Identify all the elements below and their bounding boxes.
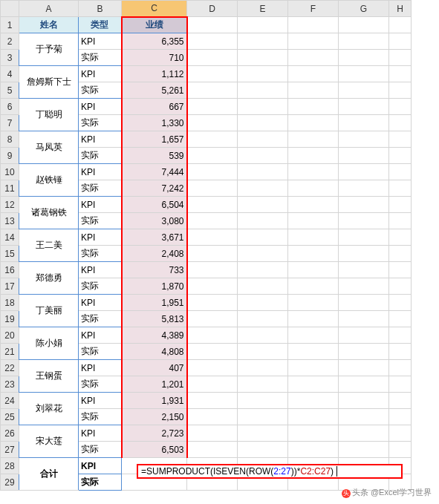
empty-cell[interactable] — [187, 50, 238, 66]
value-cell[interactable]: 710 — [122, 50, 187, 66]
empty-cell[interactable] — [389, 311, 412, 327]
header-value[interactable]: 业绩 — [122, 17, 187, 33]
type-cell[interactable]: KPI — [79, 197, 122, 213]
empty-cell[interactable] — [288, 278, 339, 295]
row-header-21[interactable]: 21 — [1, 344, 19, 360]
empty-cell[interactable] — [238, 295, 288, 311]
empty-cell[interactable] — [389, 229, 412, 246]
col-header-G[interactable]: G — [339, 1, 389, 17]
select-all-corner[interactable] — [1, 1, 19, 17]
empty-cell[interactable] — [288, 425, 339, 442]
empty-cell[interactable] — [339, 311, 389, 327]
type-cell[interactable]: KPI — [79, 66, 122, 82]
value-cell[interactable]: 6,504 — [122, 197, 187, 213]
empty-cell[interactable] — [238, 376, 288, 393]
empty-cell[interactable] — [389, 344, 412, 360]
type-cell[interactable]: KPI — [79, 131, 122, 148]
empty-cell[interactable] — [288, 229, 339, 246]
empty-cell[interactable] — [238, 311, 288, 327]
empty-cell[interactable] — [238, 425, 288, 442]
name-cell[interactable]: 陈小娟 — [19, 327, 79, 360]
empty-cell[interactable] — [339, 131, 389, 148]
value-cell[interactable]: 7,444 — [122, 164, 187, 180]
empty-cell[interactable] — [187, 33, 238, 50]
value-cell[interactable]: 7,242 — [122, 180, 187, 197]
row-header-13[interactable]: 13 — [1, 213, 19, 229]
empty-cell[interactable] — [339, 115, 389, 131]
row-header-29[interactable]: 29 — [1, 474, 19, 491]
empty-cell[interactable] — [339, 262, 389, 278]
name-cell[interactable]: 王钢蛋 — [19, 360, 79, 393]
empty-cell[interactable] — [288, 99, 339, 115]
empty-cell[interactable] — [389, 360, 412, 376]
name-cell[interactable]: 马凤英 — [19, 131, 79, 164]
name-cell[interactable]: 宋大莲 — [19, 425, 79, 458]
empty-cell[interactable] — [389, 82, 412, 99]
value-cell[interactable]: 3,080 — [122, 213, 187, 229]
type-cell[interactable]: 实际 — [79, 82, 122, 99]
value-cell[interactable]: 2,408 — [122, 246, 187, 262]
value-cell[interactable]: 4,389 — [122, 327, 187, 344]
type-cell[interactable]: 实际 — [79, 50, 122, 66]
type-cell[interactable]: 实际 — [79, 409, 122, 425]
value-cell[interactable]: 1,330 — [122, 115, 187, 131]
row-header-16[interactable]: 16 — [1, 262, 19, 278]
empty-cell[interactable] — [288, 442, 339, 458]
empty-cell[interactable] — [288, 344, 339, 360]
empty-cell[interactable] — [339, 50, 389, 66]
row-header-5[interactable]: 5 — [1, 82, 19, 99]
empty-cell[interactable] — [288, 213, 339, 229]
empty-cell[interactable] — [339, 82, 389, 99]
name-cell[interactable]: 郑德勇 — [19, 262, 79, 295]
empty-cell[interactable] — [288, 327, 339, 344]
empty-cell[interactable] — [238, 131, 288, 148]
type-cell[interactable]: 实际 — [79, 311, 122, 327]
value-cell[interactable]: 1,931 — [122, 393, 187, 409]
empty-cell[interactable] — [339, 17, 389, 33]
empty-cell[interactable] — [339, 33, 389, 50]
type-cell[interactable]: KPI — [79, 295, 122, 311]
empty-cell[interactable] — [187, 82, 238, 99]
empty-cell[interactable] — [238, 213, 288, 229]
empty-cell[interactable] — [288, 131, 339, 148]
empty-cell[interactable] — [288, 360, 339, 376]
empty-cell[interactable] — [389, 262, 412, 278]
type-cell[interactable]: KPI — [79, 229, 122, 246]
row-header-18[interactable]: 18 — [1, 295, 19, 311]
empty-cell[interactable] — [339, 66, 389, 82]
type-cell[interactable]: KPI — [79, 99, 122, 115]
type-cell[interactable]: KPI — [79, 164, 122, 180]
empty-cell[interactable] — [238, 148, 288, 164]
row-header-17[interactable]: 17 — [1, 278, 19, 295]
value-cell[interactable]: 6,503 — [122, 442, 187, 458]
empty-cell[interactable] — [187, 131, 238, 148]
empty-cell[interactable] — [389, 50, 412, 66]
value-cell[interactable]: 6,355 — [122, 33, 187, 50]
empty-cell[interactable] — [339, 344, 389, 360]
empty-cell[interactable] — [238, 442, 288, 458]
summary-actual-label[interactable]: 实际 — [79, 474, 122, 491]
empty-cell[interactable] — [389, 148, 412, 164]
empty-cell[interactable] — [187, 409, 238, 425]
value-cell[interactable]: 1,657 — [122, 131, 187, 148]
empty-cell[interactable] — [238, 33, 288, 50]
empty-cell[interactable] — [238, 115, 288, 131]
empty-cell[interactable] — [187, 360, 238, 376]
empty-cell[interactable] — [339, 376, 389, 393]
type-cell[interactable]: KPI — [79, 262, 122, 278]
empty-cell[interactable] — [238, 180, 288, 197]
empty-cell[interactable] — [238, 229, 288, 246]
type-cell[interactable]: KPI — [79, 425, 122, 442]
empty-cell[interactable] — [238, 278, 288, 295]
empty-cell[interactable] — [288, 409, 339, 425]
empty-cell[interactable] — [339, 278, 389, 295]
row-header-22[interactable]: 22 — [1, 360, 19, 376]
empty-cell[interactable] — [288, 50, 339, 66]
empty-cell[interactable] — [339, 295, 389, 311]
type-cell[interactable]: 实际 — [79, 213, 122, 229]
value-cell[interactable]: 4,808 — [122, 344, 187, 360]
value-cell[interactable]: 667 — [122, 99, 187, 115]
empty-cell[interactable] — [339, 360, 389, 376]
empty-cell[interactable] — [238, 99, 288, 115]
empty-cell[interactable] — [389, 246, 412, 262]
